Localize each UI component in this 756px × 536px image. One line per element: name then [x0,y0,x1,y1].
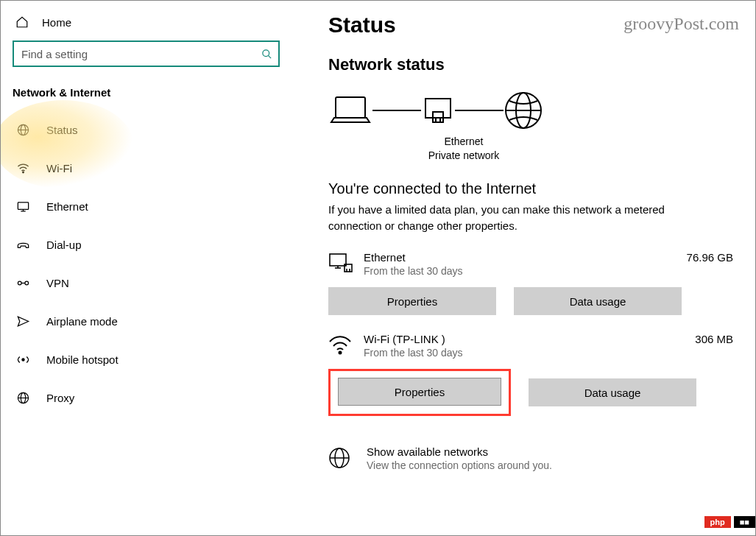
sidebar-item-label: Ethernet [46,200,88,213]
proxy-icon [15,391,30,405]
sidebar-item-label: Mobile hotspot [46,353,119,366]
svg-rect-6 [18,202,28,209]
connection-line [372,110,421,111]
main-content: groovyPost.com Status Network status [292,1,755,535]
sidebar-item-label: Dial-up [46,239,82,251]
search-box[interactable] [13,40,280,67]
ethernet-icon [15,200,30,214]
svg-rect-16 [336,97,365,118]
available-title: Show available networks [367,445,552,458]
network-wifi: Wi-Fi (TP-LINK ) From the last 30 days 3… [328,333,733,359]
network-name: Wi-Fi (TP-LINK ) [364,333,667,345]
sidebar-item-label: Wi-Fi [46,162,72,174]
hotspot-icon [15,353,30,367]
sidebar-item-wifi[interactable]: Wi-Fi [1,149,292,187]
sidebar-item-label: Proxy [46,392,74,404]
svg-rect-17 [425,99,451,118]
connected-heading: You're connected to the Internet [328,180,733,197]
sidebar-item-airplane[interactable]: Airplane mode [1,302,292,340]
svg-point-9 [18,281,21,285]
sidebar-item-label: Airplane mode [46,315,118,328]
ethernet-data-usage-button[interactable]: Data usage [514,287,682,315]
status-heading: Network status [328,55,733,74]
svg-line-1 [268,55,271,58]
sidebar-item-label: VPN [46,277,69,289]
sidebar-item-dialup[interactable]: Dial-up [1,225,292,264]
available-sub: View the connection options around you. [367,459,552,471]
home-label: Home [42,16,71,29]
wifi-data-usage-button[interactable]: Data usage [529,378,696,406]
footer-badge: php ■■ [704,516,755,528]
ethernet-card-icon [328,251,364,275]
svg-point-5 [22,172,24,173]
wifi-signal-icon [328,333,364,355]
svg-point-0 [263,49,269,56]
sidebar: Home Network & Internet Status [1,1,292,535]
network-diagram [328,91,733,130]
diagram-sublabel: Private network [420,149,508,163]
network-name: Ethernet [364,251,667,264]
sidebar-item-proxy[interactable]: Proxy [1,378,292,417]
airplane-icon [15,314,30,328]
sidebar-item-hotspot[interactable]: Mobile hotspot [1,340,292,378]
wifi-icon [15,161,30,175]
dialup-icon [15,239,30,250]
search-icon [261,49,272,60]
globe-outline-icon [328,445,358,469]
globe-large-icon [504,91,543,130]
svg-point-12 [21,358,24,360]
network-usage: 306 MB [667,333,733,345]
network-usage: 76.96 GB [667,251,733,264]
home-link[interactable]: Home [1,10,292,36]
network-sub: From the last 30 days [364,347,667,359]
connection-line [455,110,504,111]
globe-icon [15,123,30,137]
watermark: groovyPost.com [623,14,739,34]
ethernet-properties-button[interactable]: Properties [328,287,496,315]
cn-badge: ■■ [734,516,755,528]
section-title: Network & Internet [1,76,292,105]
home-icon [15,15,29,29]
search-input[interactable] [21,48,261,60]
network-ethernet: Ethernet From the last 30 days 76.96 GB [328,251,733,277]
svg-rect-24 [330,254,346,266]
laptop-icon [328,93,372,128]
show-available-networks[interactable]: Show available networks View the connect… [328,445,733,471]
connected-description: If you have a limited data plan, you can… [328,202,711,234]
sidebar-item-ethernet[interactable]: Ethernet [1,187,292,225]
sidebar-item-label: Status [46,124,78,136]
php-badge: php [704,516,731,528]
sidebar-item-vpn[interactable]: VPN [1,264,292,302]
sidebar-nav: Status Wi-Fi Ethernet Dial-up [1,110,292,417]
wifi-properties-button[interactable]: Properties [338,378,501,406]
svg-point-10 [24,281,28,285]
router-icon [421,94,455,127]
vpn-icon [15,276,30,290]
sidebar-item-status[interactable]: Status [1,110,292,149]
svg-point-30 [339,352,342,354]
network-sub: From the last 30 days [364,265,667,277]
diagram-label: Ethernet [420,135,508,149]
highlight-callout: Properties [328,369,511,416]
